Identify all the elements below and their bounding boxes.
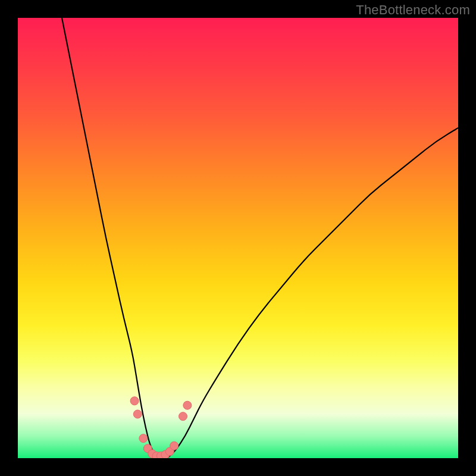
highlight-dot xyxy=(170,441,178,450)
bottleneck-curve xyxy=(62,18,458,458)
highlight-dot xyxy=(133,410,142,418)
highlight-dot xyxy=(179,412,187,421)
chart-frame: TheBottleneck.com xyxy=(0,0,476,476)
highlight-dot xyxy=(183,401,192,409)
watermark-text: TheBottleneck.com xyxy=(356,2,470,18)
bottleneck-chart-svg xyxy=(18,18,458,458)
plot-area xyxy=(18,18,458,458)
highlight-dot xyxy=(130,397,139,405)
highlight-dot xyxy=(139,434,148,443)
